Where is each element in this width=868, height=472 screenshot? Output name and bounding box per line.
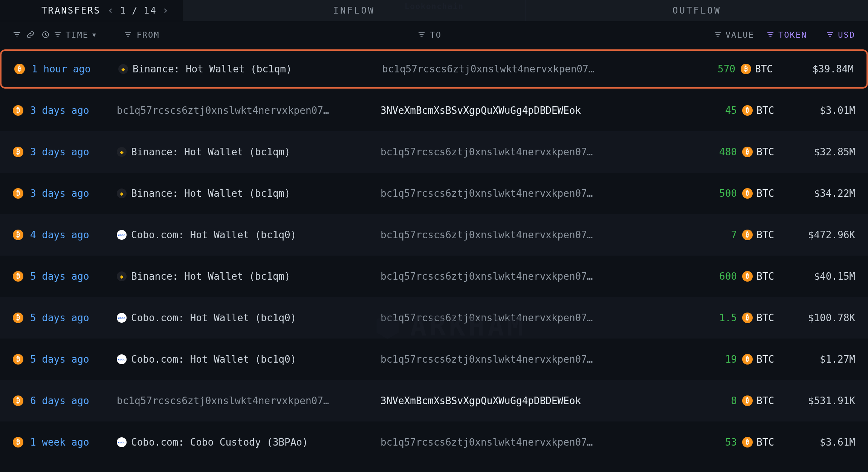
cell-from[interactable]: Binance: Hot Wallet (bc1qm) xyxy=(117,146,381,158)
cell-value: 8 xyxy=(699,395,737,406)
cell-token: BTC xyxy=(742,229,791,241)
table-row[interactable]: 3 days agobc1q57rcscs6ztj0xnslwkt4nervxk… xyxy=(0,90,868,131)
table-row[interactable]: 5 days agoCobo.com: Hot Wallet (bc1q0)bc… xyxy=(0,297,868,339)
cell-to[interactable]: bc1q57rcscs6ztj0xnslwkt4nervxkpen07… xyxy=(381,354,644,365)
token-btc-icon xyxy=(742,354,753,365)
column-from-header[interactable]: FROM xyxy=(124,30,160,40)
tab-outflow-label: OUTFLOW xyxy=(672,5,721,16)
cell-usd: $32.85M xyxy=(791,146,855,158)
cell-token: BTC xyxy=(742,312,791,323)
column-usd-header[interactable]: USD xyxy=(826,30,855,40)
chain-btc-icon xyxy=(13,354,23,365)
cell-time: 1 hour ago xyxy=(32,63,118,75)
column-time-label: TIME xyxy=(66,30,89,40)
cell-usd: $34.22M xyxy=(791,188,855,199)
cell-value: 45 xyxy=(699,105,737,116)
cobo-icon xyxy=(117,437,127,447)
chain-btc-icon xyxy=(13,437,23,447)
cell-from[interactable]: Cobo.com: Hot Wallet (bc1q0) xyxy=(117,312,381,323)
cell-usd: $3.01M xyxy=(791,105,855,116)
pager-prev-icon[interactable]: ‹ xyxy=(107,5,115,16)
cell-from[interactable]: Binance: Hot Wallet (bc1qm) xyxy=(118,63,382,75)
cell-time: 5 days ago xyxy=(30,354,117,365)
table-row[interactable]: 5 days agoBinance: Hot Wallet (bc1qm)bc1… xyxy=(0,256,868,297)
cell-to[interactable]: bc1q57rcscs6ztj0xnslwkt4nervxkpen07… xyxy=(381,146,644,158)
binance-icon xyxy=(118,64,128,74)
pager-total: 14 xyxy=(144,5,157,16)
caret-down-icon: ▼ xyxy=(92,31,97,38)
top-tab-bar: Lookonchain TRANSFERS ‹ 1 / 14 › INFLOW … xyxy=(0,0,868,21)
token-btc-icon xyxy=(742,147,753,157)
cobo-icon xyxy=(117,313,127,323)
cell-value: 570 xyxy=(698,63,735,75)
cell-from[interactable]: Cobo.com: Hot Wallet (bc1q0) xyxy=(117,354,381,365)
token-btc-icon xyxy=(742,105,753,116)
cell-token: BTC xyxy=(742,437,791,448)
cell-usd: $3.61M xyxy=(791,437,855,448)
table-row[interactable]: 6 days agobc1q57rcscs6ztj0xnslwkt4nervxk… xyxy=(0,380,868,421)
column-time-header[interactable]: TIME ▼ xyxy=(41,30,97,40)
cell-to[interactable]: bc1q57rcscs6ztj0xnslwkt4nervxkpen07… xyxy=(381,437,644,448)
cell-to[interactable]: bc1q57rcscs6ztj0xnslwkt4nervxkpen07… xyxy=(381,229,644,241)
cell-time: 5 days ago xyxy=(30,271,117,282)
tab-outflow[interactable]: OUTFLOW xyxy=(525,0,868,21)
cell-from[interactable]: bc1q57rcscs6ztj0xnslwkt4nervxkpen07… xyxy=(117,105,381,116)
cobo-icon xyxy=(117,230,127,240)
cell-time: 3 days ago xyxy=(30,105,117,116)
table-row[interactable]: 3 days agoBinance: Hot Wallet (bc1qm)bc1… xyxy=(0,131,868,173)
cell-token: BTC xyxy=(741,63,790,75)
pager-current: 1 xyxy=(120,5,127,16)
cell-value: 7 xyxy=(699,229,737,241)
cell-value: 600 xyxy=(699,271,737,282)
cell-token: BTC xyxy=(742,105,791,116)
cell-to[interactable]: 3NVeXmBcmXsBSvXgpQuXWuGg4pDBDEWEok xyxy=(381,395,644,406)
cell-usd: $472.96K xyxy=(791,229,855,241)
tab-inflow[interactable]: INFLOW xyxy=(183,0,526,21)
token-btc-icon xyxy=(742,437,753,447)
column-value-header[interactable]: VALUE xyxy=(714,30,754,40)
cell-from[interactable]: Binance: Hot Wallet (bc1qm) xyxy=(117,271,381,282)
cell-usd: $531.91K xyxy=(791,395,855,406)
filter-icon xyxy=(714,31,722,39)
tab-transfers[interactable]: TRANSFERS ‹ 1 / 14 › xyxy=(0,0,183,21)
cell-token: BTC xyxy=(742,146,791,158)
table-row[interactable]: 4 days agoCobo.com: Hot Wallet (bc1q0)bc… xyxy=(0,214,868,256)
filter-icon[interactable] xyxy=(13,31,21,39)
cell-time: 1 week ago xyxy=(30,437,117,448)
cell-time: 5 days ago xyxy=(30,312,117,323)
chain-btc-icon xyxy=(13,105,23,116)
cell-usd: $39.84M xyxy=(790,63,854,75)
pager-next-icon[interactable]: › xyxy=(162,5,170,16)
link-icon[interactable] xyxy=(26,31,35,39)
filter-icon xyxy=(826,31,834,39)
cell-from[interactable]: bc1q57rcscs6ztj0xnslwkt4nervxkpen07… xyxy=(117,395,381,406)
cobo-icon xyxy=(117,354,127,364)
table-row[interactable]: 1 week agoCobo.com: Cobo Custody (3BPAo)… xyxy=(0,421,868,463)
binance-icon xyxy=(117,271,127,281)
cell-to[interactable]: bc1q57rcscs6ztj0xnslwkt4nervxkpen07… xyxy=(381,271,644,282)
column-to-header[interactable]: TO xyxy=(417,30,442,40)
cell-value: 19 xyxy=(699,354,737,365)
cell-time: 3 days ago xyxy=(30,146,117,158)
column-token-header[interactable]: TOKEN xyxy=(766,30,807,40)
cell-to[interactable]: bc1q57rcscs6ztj0xnslwkt4nervxkpen07… xyxy=(382,63,646,75)
cell-value: 1.5 xyxy=(699,312,737,323)
table-row[interactable]: 5 days agoCobo.com: Hot Wallet (bc1q0)bc… xyxy=(0,339,868,380)
column-to-label: TO xyxy=(430,30,442,40)
token-btc-icon xyxy=(742,271,753,282)
cell-to[interactable]: bc1q57rcscs6ztj0xnslwkt4nervxkpen07… xyxy=(381,188,644,199)
cell-token: BTC xyxy=(742,354,791,365)
cell-from[interactable]: Cobo.com: Hot Wallet (bc1q0) xyxy=(117,229,381,241)
cell-to[interactable]: bc1q57rcscs6ztj0xnslwkt4nervxkpen07… xyxy=(381,312,644,323)
table-row[interactable]: 1 hour agoBinance: Hot Wallet (bc1qm)bc1… xyxy=(0,49,868,89)
filter-icon xyxy=(766,31,775,39)
column-value-label: VALUE xyxy=(726,30,754,40)
tab-inflow-label: INFLOW xyxy=(333,5,375,16)
token-btc-icon xyxy=(742,395,753,406)
cell-from[interactable]: Cobo.com: Cobo Custody (3BPAo) xyxy=(117,437,381,448)
cell-from[interactable]: Binance: Hot Wallet (bc1qm) xyxy=(117,188,381,199)
table-row[interactable]: 3 days agoBinance: Hot Wallet (bc1qm)bc1… xyxy=(0,173,868,214)
cell-to[interactable]: 3NVeXmBcmXsBSvXgpQuXWuGg4pDBDEWEok xyxy=(381,105,644,116)
filter-icon xyxy=(53,31,62,39)
binance-icon xyxy=(117,188,127,198)
